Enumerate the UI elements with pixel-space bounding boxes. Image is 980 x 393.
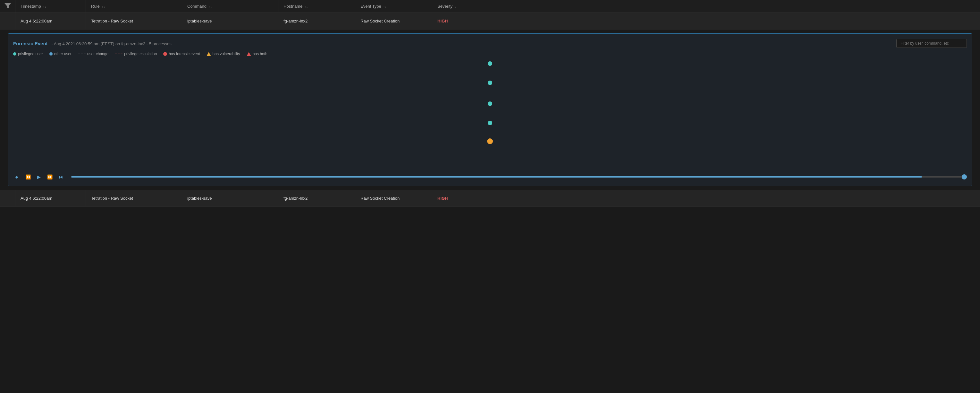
- header-eventtype[interactable]: Event Type ↑↓: [355, 0, 432, 13]
- cell-bottom-command: iptables-save: [182, 190, 278, 206]
- header-hostname[interactable]: Hostname ↑↓: [278, 0, 355, 13]
- forensic-title-bar: Forensic Event - Aug 4 2021 06:20:59 am …: [13, 39, 967, 48]
- cell-top-rule: Tetration - Raw Socket: [86, 13, 182, 29]
- sort-icon-hostname: ↑↓: [304, 5, 308, 8]
- legend-label-escalation: privilege escalation: [124, 52, 157, 56]
- legend-dash-userchange: [78, 54, 86, 54]
- legend-label-vulnerability: has vulnerability: [213, 52, 240, 56]
- sort-icon-severity: ↓: [454, 5, 456, 8]
- playback-slider-fill: [71, 176, 922, 177]
- cell-bottom-rule: Tetration - Raw Socket: [86, 190, 182, 206]
- forensic-legend: privileged user other user user change p…: [13, 52, 967, 56]
- cell-top-eventtype: Raw Socket Creation: [355, 13, 432, 29]
- filter-icon: [5, 3, 11, 9]
- legend-label-userchange: user change: [87, 52, 108, 56]
- header-severity[interactable]: Severity ↓: [432, 0, 980, 13]
- legend-dash-escalation: [115, 54, 123, 54]
- row-spacer-top: [0, 13, 15, 29]
- legend-item-both: has both: [247, 52, 267, 56]
- row-spacer-bottom: [0, 190, 15, 206]
- table-row-bottom: Aug 4 6:22:00am Tetration - Raw Socket i…: [0, 190, 980, 207]
- sort-icon-command: ↑↓: [208, 5, 212, 8]
- timeline-node-2[interactable]: [488, 81, 492, 85]
- forensic-panel: Forensic Event - Aug 4 2021 06:20:59 am …: [8, 34, 972, 186]
- legend-item-other: other user: [49, 52, 72, 56]
- svg-marker-0: [5, 3, 11, 8]
- header-rule[interactable]: Rule ↑↓: [86, 0, 182, 13]
- forensic-subtitle: - Aug 4 2021 06:20:59 am (EEST) on fg-am…: [51, 42, 171, 46]
- legend-item-vulnerability: has vulnerability: [207, 52, 240, 56]
- playback-controls: ⏮ ⏪ ▶ ⏩ ⏭: [13, 169, 967, 181]
- cell-bottom-timestamp: Aug 4 6:22:00am: [15, 190, 86, 206]
- forensic-filter-input[interactable]: [896, 39, 967, 48]
- legend-dot-blue: [49, 52, 52, 56]
- legend-item-escalation: privilege escalation: [115, 52, 157, 56]
- legend-triangle-red: [247, 52, 251, 56]
- timeline-node-4[interactable]: [488, 121, 492, 125]
- timeline-node-1[interactable]: [488, 61, 492, 66]
- legend-label-privileged: privileged user: [18, 52, 43, 56]
- header-timestamp[interactable]: Timestamp ↑↓: [15, 0, 86, 13]
- legend-item-userchange: user change: [78, 52, 108, 56]
- legend-label-other: other user: [54, 52, 72, 56]
- cell-bottom-severity: HIGH: [432, 190, 980, 206]
- sort-icon-rule: ↑↓: [102, 5, 105, 8]
- playback-slider[interactable]: [71, 176, 967, 177]
- forensic-title-group: Forensic Event - Aug 4 2021 06:20:59 am …: [13, 41, 172, 46]
- cell-top-timestamp: Aug 4 6:22:00am: [15, 13, 86, 29]
- play-button[interactable]: ▶: [36, 173, 42, 181]
- legend-label-forensic: has forensic event: [169, 52, 200, 56]
- timeline-area: [13, 61, 967, 164]
- table-row-top: Aug 4 6:22:00am Tetration - Raw Socket i…: [0, 13, 980, 30]
- cell-bottom-eventtype: Raw Socket Creation: [355, 190, 432, 206]
- forensic-title: Forensic Event: [13, 41, 48, 46]
- sort-icon-eventtype: ↑↓: [383, 5, 387, 8]
- legend-label-both: has both: [253, 52, 267, 56]
- legend-dot-forensic: [163, 52, 167, 56]
- forensic-panel-container: Forensic Event - Aug 4 2021 06:20:59 am …: [0, 30, 980, 190]
- legend-item-privileged: privileged user: [13, 52, 43, 56]
- cell-top-command: iptables-save: [182, 13, 278, 29]
- legend-item-forensic: has forensic event: [163, 52, 200, 56]
- skip-end-button[interactable]: ⏭: [58, 173, 65, 181]
- timeline-node-3[interactable]: [488, 101, 492, 106]
- table-header: Timestamp ↑↓ Rule ↑↓ Command ↑↓ Hostname…: [0, 0, 980, 13]
- cell-bottom-hostname: fg-amzn-lnx2: [278, 190, 355, 206]
- next-button[interactable]: ⏩: [46, 173, 54, 181]
- timeline-node-5[interactable]: [487, 138, 493, 144]
- legend-dot-green: [13, 52, 16, 56]
- header-command[interactable]: Command ↑↓: [182, 0, 278, 13]
- filter-icon-cell[interactable]: [0, 0, 15, 13]
- skip-start-button[interactable]: ⏮: [13, 173, 20, 181]
- playback-slider-thumb[interactable]: [962, 174, 967, 179]
- sort-icon-timestamp: ↑↓: [43, 5, 46, 8]
- cell-top-severity: HIGH: [432, 13, 980, 29]
- cell-top-hostname: fg-amzn-lnx2: [278, 13, 355, 29]
- legend-triangle-yellow: [207, 52, 211, 56]
- prev-button[interactable]: ⏪: [24, 173, 32, 181]
